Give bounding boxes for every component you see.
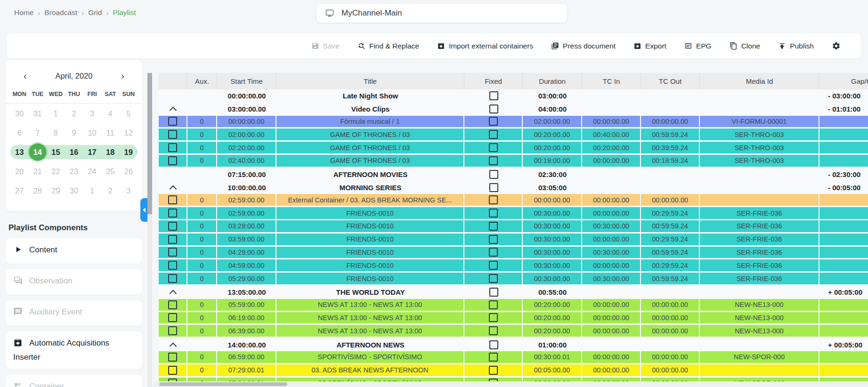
playlist-row[interactable]: 005:29:00.00FRIENDS-001000:30:00.0000:30… — [159, 273, 868, 286]
calendar-day[interactable]: 11 — [101, 123, 120, 142]
component-item-automatic-acquisitions-inserter[interactable]: Automatic Acquisitions Inserter — [6, 331, 142, 369]
row-select-checkbox[interactable] — [168, 261, 177, 270]
row-select-checkbox[interactable] — [168, 156, 177, 165]
calendar-day[interactable]: 26 — [119, 162, 138, 181]
horizontal-scrollbar-thumb[interactable] — [159, 382, 287, 386]
fixed-checkbox[interactable] — [489, 143, 498, 152]
calendar-day[interactable]: 12 — [119, 123, 138, 142]
row-select-checkbox[interactable] — [168, 117, 177, 126]
row-select-checkbox[interactable] — [168, 353, 177, 362]
calendar-day[interactable]: 4 — [101, 104, 120, 123]
calendar-day[interactable]: 17 — [83, 143, 101, 161]
calendar-prev-button[interactable]: ‹ — [22, 71, 29, 81]
column-header-duration[interactable]: Duration — [523, 73, 582, 89]
calendar-day[interactable]: 8 — [47, 123, 65, 142]
fixed-checkbox[interactable] — [489, 209, 498, 218]
fixed-checkbox[interactable] — [489, 170, 498, 179]
row-select-checkbox[interactable] — [168, 130, 177, 139]
breadcrumb-item-grid[interactable]: Grid — [88, 8, 102, 17]
fixed-checkbox[interactable] — [489, 326, 498, 335]
playlist-row[interactable]: 000:00:00.00Fórmula musical / 102:00:00.… — [159, 116, 868, 129]
calendar-day[interactable]: 6 — [10, 123, 29, 142]
press-document-button[interactable]: Press document — [551, 42, 616, 50]
calendar-day[interactable]: 20 — [10, 162, 29, 181]
calendar-day[interactable]: 18 — [101, 143, 120, 161]
fixed-checkbox[interactable] — [489, 340, 498, 349]
calendar-day[interactable]: 19 — [119, 143, 138, 161]
breadcrumb-item-broadcast[interactable]: Broadcast — [44, 8, 77, 17]
column-header-media-id[interactable]: Media Id — [700, 73, 819, 89]
fixed-checkbox[interactable] — [489, 313, 498, 322]
fixed-checkbox[interactable] — [489, 117, 498, 126]
calendar-day[interactable]: 3 — [83, 104, 101, 123]
save-button[interactable]: Save — [311, 42, 340, 50]
calendar-day[interactable]: 7 — [29, 123, 47, 142]
calendar-day[interactable]: 5 — [119, 104, 138, 123]
playlist-row[interactable]: 006:39:00.00NEWS AT 13:00 - NEWS AT 13:0… — [159, 325, 868, 338]
row-select-checkbox[interactable] — [168, 209, 177, 218]
collapse-caret-icon[interactable] — [170, 107, 177, 114]
row-select-checkbox[interactable] — [168, 366, 177, 375]
fixed-checkbox[interactable] — [489, 105, 498, 113]
component-item-observation[interactable]: Observation — [6, 269, 142, 295]
calendar-day[interactable]: 15 — [47, 143, 65, 161]
row-select-checkbox[interactable] — [168, 235, 177, 244]
row-select-checkbox[interactable] — [168, 300, 177, 309]
playlist-row[interactable]: 006:19:00.00NEWS AT 13:00 - NEWS AT 13:0… — [159, 312, 868, 325]
playlist-row[interactable]: 003:29:00.00FRIENDS-001000:30:00.0000:30… — [159, 220, 868, 234]
row-select-checkbox[interactable] — [168, 222, 177, 231]
fixed-checkbox[interactable] — [489, 261, 498, 270]
playlist-row[interactable]: 002:00:00.00GAME OF THRONES / 0300:20:00… — [159, 129, 868, 142]
vertical-scrollbar[interactable] — [147, 73, 152, 387]
calendar-day[interactable]: 9 — [65, 123, 83, 142]
column-header-select[interactable] — [159, 73, 187, 89]
calendar-day[interactable]: 13 — [10, 143, 29, 161]
find-replace-button[interactable]: Find & Replace — [357, 42, 419, 50]
collapse-caret-icon[interactable] — [170, 342, 177, 350]
import-external-containers-button[interactable]: Import external containers — [437, 42, 533, 50]
fixed-checkbox[interactable] — [489, 353, 498, 362]
calendar-day[interactable]: 28 — [29, 181, 47, 200]
playlist-row[interactable]: 002:59:00.00External Container / 03. ADS… — [159, 194, 868, 207]
row-select-checkbox[interactable] — [168, 143, 177, 152]
column-header-title[interactable]: Title — [276, 73, 464, 89]
playlist-row[interactable]: 006:59:00.00SPORTIVÍSIMO - SPORTIVÍSIMO0… — [159, 351, 868, 364]
playlist-row[interactable]: 007:29:00.0103. ADS BREAK NEWS AFTERNOON… — [159, 364, 868, 378]
group-row[interactable]: 03:00:00.00Video Clips04:00:00- 01:01:00 — [159, 103, 868, 116]
fixed-checkbox[interactable] — [489, 248, 498, 257]
playlist-row[interactable]: 002:59:00.00FRIENDS-001000:30:00.0000:00… — [159, 207, 868, 220]
component-item-auxiliary-event[interactable]: Auxiliary Event — [6, 300, 142, 326]
playlist-row[interactable]: 003:59:00.00FRIENDS-001000:30:00.0000:00… — [159, 234, 868, 247]
group-row[interactable]: 00:00:00.00Late Night Show03:00:00- 03:0… — [159, 89, 868, 103]
settings-button[interactable] — [832, 41, 841, 50]
publish-button[interactable]: Publish — [778, 42, 814, 50]
calendar-day-selected[interactable]: 14 — [29, 143, 47, 161]
calendar-day[interactable]: 10 — [83, 123, 101, 142]
fixed-checkbox[interactable] — [489, 222, 498, 231]
group-row[interactable]: 14:00:00.00AFTERNOON NEWS01:00:00+ 00:05… — [159, 338, 868, 351]
fixed-checkbox[interactable] — [489, 195, 498, 204]
group-row[interactable]: 13:05:00.00THE WORLD TODAY00:55:00+ 00:0… — [159, 286, 868, 299]
column-header-gap-overlap[interactable]: Gap/Overlap — [819, 73, 868, 89]
calendar-day[interactable]: 31 — [29, 104, 47, 123]
vertical-scrollbar-thumb[interactable] — [147, 73, 152, 214]
row-select-checkbox[interactable] — [168, 326, 177, 335]
calendar-day[interactable]: 1 — [47, 104, 65, 123]
playlist-row[interactable]: 004:59:00.00FRIENDS-001000:30:00.0000:00… — [159, 259, 868, 273]
playlist-row[interactable]: 002:20:00.00GAME OF THRONES / 0300:20:00… — [159, 142, 868, 155]
playlist-row[interactable]: 005:59:00.00NEWS AT 13:00 - NEWS AT 13:0… — [159, 299, 868, 312]
breadcrumb-item-playlist[interactable]: Playlist — [113, 8, 136, 17]
channel-selector[interactable]: MyChannel-Main — [316, 4, 567, 23]
row-select-checkbox[interactable] — [168, 248, 177, 257]
epg-button[interactable]: EPG — [684, 42, 712, 50]
calendar-day[interactable]: 1 — [83, 181, 101, 200]
calendar-day[interactable]: 16 — [65, 143, 83, 161]
column-header-fixed[interactable]: Fixed — [464, 73, 523, 89]
calendar-day[interactable]: 27 — [10, 181, 29, 200]
collapse-caret-icon[interactable] — [170, 185, 177, 193]
row-select-checkbox[interactable] — [168, 274, 177, 283]
calendar-day[interactable]: 30 — [10, 104, 29, 123]
calendar-day[interactable]: 25 — [101, 162, 120, 181]
fixed-checkbox[interactable] — [489, 156, 498, 165]
group-row[interactable]: 07:15:00.00AFTERNOON MOVIES02:30:00- 02:… — [159, 168, 868, 181]
